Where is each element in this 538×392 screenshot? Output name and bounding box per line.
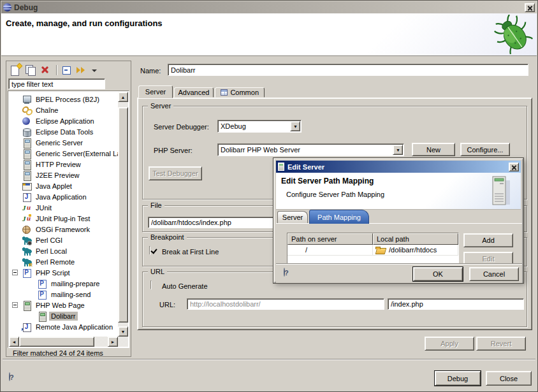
server-icon — [278, 163, 284, 171]
window-title: Debug — [14, 3, 38, 12]
java-icon — [22, 192, 32, 201]
eclipse-icon — [3, 3, 11, 11]
tree-item-eclipse-data-tools[interactable]: Eclipse Data Tools — [9, 126, 118, 137]
debug-bug-icon — [492, 15, 534, 54]
tree-item-eclipse-application[interactable]: Eclipse Application — [9, 115, 118, 126]
debug-button[interactable]: Debug — [435, 371, 481, 386]
tree-vertical-scrollbar[interactable]: ▲ ▼ — [118, 92, 128, 337]
configure-server-button[interactable]: Configure... — [460, 143, 510, 156]
folder-icon — [375, 247, 386, 254]
break-first-line-label: Break at First Line — [162, 248, 219, 256]
server-debugger-combo[interactable]: XDebug — [217, 120, 302, 133]
column-path-on-server[interactable]: Path on server — [287, 233, 373, 245]
window-close-button[interactable] — [525, 3, 535, 12]
php-server-combo[interactable]: Dolibarr PHP Web Server — [217, 143, 404, 156]
tree-item-label: Java Applet — [34, 182, 74, 191]
filter-icon[interactable] — [75, 64, 91, 76]
help-icon[interactable] — [9, 372, 10, 381]
tree-item-php-script[interactable]: PHP Script — [9, 267, 118, 278]
scroll-down-icon[interactable]: ▼ — [118, 326, 128, 337]
tree-item-mailing-prepare[interactable]: mailing-prepare — [9, 278, 118, 289]
tree-item-junit-plug-in-test[interactable]: JUnit Plug-in Test — [9, 213, 118, 224]
tree-item-generic-server-external-la[interactable]: Generic Server(External La — [9, 148, 118, 159]
tree-item-label: J2EE Preview — [34, 171, 81, 180]
tree-item-label: Generic Server(External La — [34, 149, 118, 158]
edit-mapping-button[interactable]: Edit — [463, 252, 513, 263]
new-server-button[interactable]: New — [412, 143, 455, 156]
junit-icon — [22, 203, 32, 212]
tab-advanced[interactable]: Advanced — [174, 87, 214, 98]
tree-item-perl-remote[interactable]: Perl Remote — [9, 256, 118, 267]
edit-server-tab-server[interactable]: Server — [277, 211, 308, 223]
add-mapping-button[interactable]: Add — [463, 233, 513, 247]
banner-message: Create, manage, and run configurations — [6, 18, 163, 28]
tree-item-j2ee-preview[interactable]: J2EE Preview — [9, 170, 118, 180]
perl-remote-icon — [22, 258, 32, 266]
filter-input[interactable] — [8, 78, 105, 89]
server-icon — [22, 149, 32, 158]
php-icon — [37, 279, 47, 288]
delete-configuration-icon[interactable] — [38, 64, 54, 76]
configurations-tree: BPEL Process (B2J)ChaîneEclipse Applicat… — [8, 91, 129, 348]
break-first-line-checkbox[interactable] — [149, 246, 150, 255]
close-button[interactable]: Close — [486, 371, 532, 386]
tree-expander-minus-icon[interactable] — [12, 270, 18, 275]
vertical-scroll-thumb[interactable] — [118, 107, 128, 323]
apply-button[interactable]: Apply — [425, 337, 474, 351]
cancel-button[interactable]: Cancel — [469, 267, 519, 281]
server-debugger-label: Server Debugger: — [154, 123, 209, 131]
tab-common[interactable]: Common — [215, 87, 265, 98]
tree-item-http-preview[interactable]: HTTP Preview — [9, 159, 118, 170]
path-mapping-row[interactable]: //dolibarr/htdocs — [287, 245, 458, 256]
url-path-input[interactable] — [388, 298, 524, 310]
edit-server-close-button[interactable] — [509, 163, 519, 171]
tree-item-osgi-framework[interactable]: OSGi Framework — [9, 224, 118, 235]
collapse-all-icon[interactable] — [60, 64, 75, 76]
tree-item-label: HTTP Preview — [34, 160, 83, 169]
tree-item-label: JUnit Plug-in Test — [34, 214, 92, 223]
tree-item-perl-cgi[interactable]: Perl CGI — [9, 235, 118, 245]
tree-item-dolibarr[interactable]: Dolibarr — [9, 310, 118, 321]
edit-server-button-bar: OK Cancel — [276, 263, 522, 283]
path-mapping-panel: Path on server Local path //dolibarr/htd… — [276, 223, 522, 263]
new-configuration-icon[interactable] — [8, 64, 23, 76]
tree-item-mailing-send[interactable]: mailing-send — [9, 289, 118, 300]
tree-expander-minus-icon[interactable] — [12, 302, 18, 308]
server-group-title: Server — [148, 102, 173, 110]
tree-item-remote-java-application[interactable]: Remote Java Application — [9, 321, 118, 332]
tree-item-java-applet[interactable]: Java Applet — [9, 180, 118, 191]
base-url-input[interactable] — [187, 298, 384, 310]
column-local-path[interactable]: Local path — [373, 233, 458, 245]
junit-plugin-icon — [22, 214, 32, 223]
dialog-help-icon[interactable] — [284, 268, 285, 277]
banner: Create, manage, and run configurations — [1, 13, 537, 56]
filter-menu-arrow-icon[interactable] — [91, 64, 98, 76]
tree-item-label: PHP Script — [34, 268, 72, 277]
name-input[interactable] — [168, 64, 528, 76]
tree-item-php-web-page[interactable]: PHP Web Page — [9, 300, 118, 310]
combo-dropdown-icon[interactable] — [393, 145, 403, 155]
tree-item-perl-local[interactable]: Perl Local — [9, 245, 118, 256]
tab-server[interactable]: Server — [138, 85, 173, 98]
scroll-up-icon[interactable]: ▲ — [118, 92, 128, 102]
ok-button[interactable]: OK — [413, 267, 463, 281]
tree-horizontal-scrollbar[interactable]: ◄ ► — [9, 337, 118, 347]
eclipse-app-icon — [22, 117, 32, 126]
combo-dropdown-icon[interactable] — [290, 121, 300, 131]
tree-item-label: Eclipse Application — [34, 117, 96, 126]
horizontal-scroll-thumb[interactable] — [19, 337, 94, 347]
tree-item-bpel-process-b2j[interactable]: BPEL Process (B2J) — [9, 94, 118, 105]
duplicate-configuration-icon[interactable] — [23, 64, 38, 76]
breakpoint-group-title: Breakpoint — [148, 233, 187, 242]
tree-item-cha-ne[interactable]: Chaîne — [9, 105, 118, 115]
tree-item-java-application[interactable]: Java Application — [9, 191, 118, 202]
test-debugger-button[interactable]: Test Debugger — [149, 166, 202, 180]
remote-java-icon — [22, 323, 32, 331]
revert-button[interactable]: Revert — [476, 337, 526, 351]
tree-item-junit[interactable]: JUnit — [9, 202, 118, 213]
edit-server-tab-path-mapping[interactable]: Path Mapping — [309, 210, 369, 224]
scroll-left-icon[interactable]: ◄ — [9, 337, 19, 347]
tree-item-generic-server[interactable]: Generic Server — [9, 137, 118, 148]
scroll-right-icon[interactable]: ► — [108, 337, 118, 347]
auto-generate-checkbox[interactable] — [150, 280, 152, 289]
